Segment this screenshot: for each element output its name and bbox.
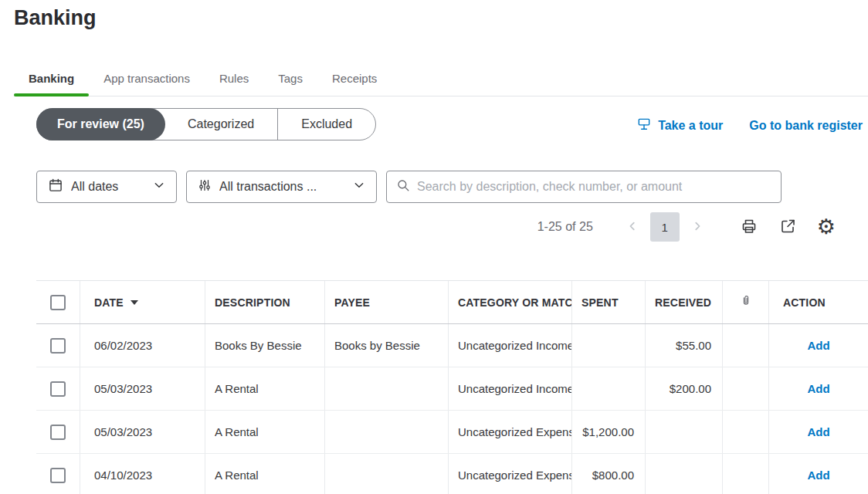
transactions-table: DATE DESCRIPTION PAYEE CATEGORY OR MATCH… bbox=[36, 280, 868, 494]
paperclip-icon bbox=[739, 294, 753, 310]
cell-category: Uncategorized Income bbox=[448, 367, 571, 410]
filter-row: All dates All transactions ... bbox=[36, 171, 782, 203]
cell-description: Books By Bessie bbox=[205, 324, 324, 367]
col-select bbox=[36, 281, 80, 323]
review-status-toggle: For review (25) Categorized Excluded bbox=[36, 108, 376, 140]
tab-tags[interactable]: Tags bbox=[263, 65, 317, 96]
cell-payee bbox=[324, 367, 448, 410]
cell-received: $55.00 bbox=[645, 324, 722, 367]
select-all-checkbox[interactable] bbox=[50, 295, 66, 310]
chevron-right-icon bbox=[692, 221, 703, 234]
cell-date: 06/02/2023 bbox=[80, 324, 205, 367]
settings-button[interactable]: ⚙ bbox=[817, 217, 836, 238]
table-row[interactable]: 06/02/2023 Books By Bessie Books by Bess… bbox=[36, 324, 868, 367]
segment-categorized[interactable]: Categorized bbox=[164, 109, 277, 140]
prev-page-button[interactable] bbox=[627, 221, 638, 234]
col-payee-label: PAYEE bbox=[334, 296, 370, 309]
row-checkbox[interactable] bbox=[50, 338, 66, 354]
search-box bbox=[386, 171, 782, 203]
segment-for-review[interactable]: For review (25) bbox=[36, 108, 165, 140]
date-filter-label: All dates bbox=[71, 180, 145, 194]
table-row[interactable]: 04/10/2023 A Rental Uncategorized Expens… bbox=[36, 454, 868, 494]
cell-attachment bbox=[722, 411, 768, 453]
col-payee: PAYEE bbox=[324, 281, 448, 323]
cell-select bbox=[36, 411, 80, 453]
add-button[interactable]: Add bbox=[807, 469, 829, 482]
export-button[interactable] bbox=[778, 217, 797, 238]
tab-app-transactions[interactable]: App transactions bbox=[89, 65, 205, 96]
cell-action: Add bbox=[768, 367, 868, 410]
calendar-icon bbox=[48, 178, 63, 196]
print-button[interactable] bbox=[740, 217, 758, 238]
table-row[interactable]: 05/03/2023 A Rental Uncategorized Income… bbox=[36, 367, 868, 411]
cell-received bbox=[645, 454, 722, 494]
col-date[interactable]: DATE bbox=[80, 281, 205, 323]
col-category-label: CATEGORY OR MATCH bbox=[458, 296, 571, 309]
cell-date: 05/03/2023 bbox=[80, 367, 205, 410]
cell-attachment bbox=[722, 454, 768, 494]
search-input[interactable] bbox=[417, 180, 771, 194]
cell-received: $200.00 bbox=[645, 367, 722, 410]
transaction-filter-label: All transactions ... bbox=[219, 180, 345, 194]
add-button[interactable]: Add bbox=[807, 382, 829, 395]
header-links: Take a tour Go to bank register bbox=[636, 117, 863, 135]
tour-icon bbox=[636, 117, 652, 135]
next-page-button[interactable] bbox=[692, 221, 703, 234]
col-received: RECEIVED bbox=[645, 281, 722, 323]
col-description: DESCRIPTION bbox=[205, 281, 324, 323]
chevron-down-icon bbox=[153, 179, 165, 195]
cell-select bbox=[36, 367, 80, 410]
cell-select bbox=[36, 324, 80, 367]
pagination-toolbar: 1-25 of 25 1 bbox=[537, 211, 836, 242]
chevron-down-icon bbox=[353, 179, 365, 195]
cell-category: Uncategorized Income bbox=[448, 324, 571, 367]
cell-action: Add bbox=[768, 454, 868, 494]
add-button[interactable]: Add bbox=[807, 425, 829, 438]
cell-description: A Rental bbox=[205, 367, 324, 410]
row-checkbox[interactable] bbox=[50, 468, 66, 483]
cell-spent bbox=[571, 324, 645, 367]
tab-receipts[interactable]: Receipts bbox=[317, 65, 392, 96]
segment-excluded[interactable]: Excluded bbox=[277, 109, 375, 140]
row-checkbox[interactable] bbox=[50, 425, 66, 440]
cell-payee bbox=[324, 411, 448, 453]
tab-rules[interactable]: Rules bbox=[205, 65, 263, 96]
page-number-button[interactable]: 1 bbox=[650, 212, 680, 242]
add-button[interactable]: Add bbox=[807, 339, 829, 352]
col-description-label: DESCRIPTION bbox=[215, 296, 290, 309]
cell-spent bbox=[571, 367, 645, 410]
cell-select bbox=[36, 454, 80, 494]
col-spent: SPENT bbox=[571, 281, 645, 323]
col-category: CATEGORY OR MATCH bbox=[448, 281, 571, 323]
col-received-label: RECEIVED bbox=[655, 296, 711, 309]
banking-page: Banking Banking App transactions Rules T… bbox=[0, 0, 868, 494]
search-icon bbox=[396, 178, 410, 195]
col-action: ACTION bbox=[768, 281, 868, 323]
cell-date: 04/10/2023 bbox=[80, 454, 205, 494]
printer-icon bbox=[740, 217, 758, 238]
col-action-label: ACTION bbox=[783, 296, 826, 309]
bank-register-label: Go to bank register bbox=[749, 119, 863, 133]
tab-banking[interactable]: Banking bbox=[14, 65, 89, 96]
take-tour-link[interactable]: Take a tour bbox=[636, 117, 723, 135]
row-checkbox[interactable] bbox=[50, 381, 66, 397]
cell-received bbox=[645, 411, 722, 453]
cell-payee: Books by Bessie bbox=[324, 324, 448, 367]
cell-date: 05/03/2023 bbox=[80, 411, 205, 453]
cell-payee bbox=[324, 454, 448, 494]
tab-bar: Banking App transactions Rules Tags Rece… bbox=[14, 65, 868, 96]
sort-desc-icon bbox=[131, 300, 138, 305]
bank-register-link[interactable]: Go to bank register bbox=[749, 119, 863, 133]
cell-category: Uncategorized Expense bbox=[448, 411, 571, 453]
chevron-left-icon bbox=[627, 221, 638, 234]
take-tour-label: Take a tour bbox=[658, 119, 723, 133]
table-row[interactable]: 05/03/2023 A Rental Uncategorized Expens… bbox=[36, 411, 868, 454]
date-filter-dropdown[interactable]: All dates bbox=[36, 171, 177, 203]
cell-description: A Rental bbox=[205, 454, 324, 494]
pagination-range: 1-25 of 25 bbox=[537, 220, 593, 234]
cell-spent: $1,200.00 bbox=[571, 411, 645, 453]
cell-action: Add bbox=[768, 411, 868, 453]
transaction-filter-dropdown[interactable]: All transactions ... bbox=[186, 171, 377, 203]
col-attachment bbox=[722, 281, 768, 323]
col-spent-label: SPENT bbox=[581, 296, 619, 309]
